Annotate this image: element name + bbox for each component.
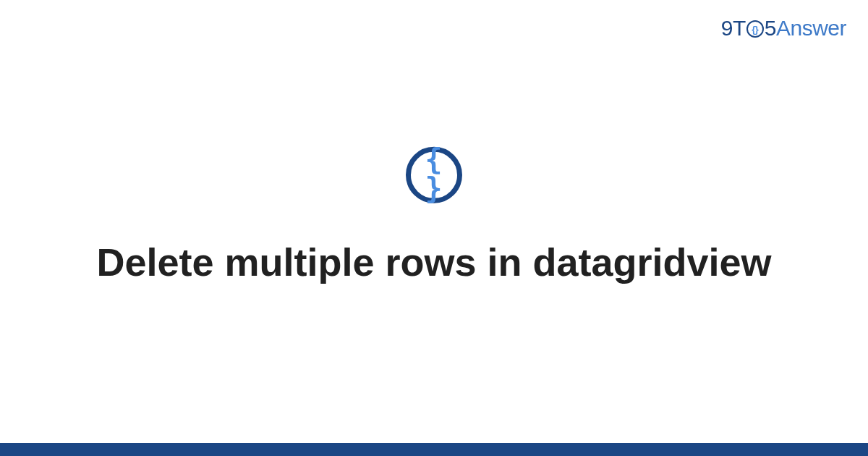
site-logo: 9T {} 5 Answer <box>721 16 846 41</box>
code-braces-icon: { } <box>411 145 457 203</box>
page-title: Delete multiple rows in datagridview <box>0 238 868 287</box>
logo-text-9t: 9T <box>721 16 746 41</box>
logo-text-5: 5 <box>765 16 776 41</box>
logo-text-answer: Answer <box>776 16 846 41</box>
footer-bar <box>0 443 868 456</box>
topic-icon-circle: { } <box>406 147 462 203</box>
logo-o-braces-icon: {} <box>752 25 758 34</box>
main-content: { } Delete multiple rows in datagridview <box>0 147 868 287</box>
logo-o-ring: {} <box>746 20 764 38</box>
